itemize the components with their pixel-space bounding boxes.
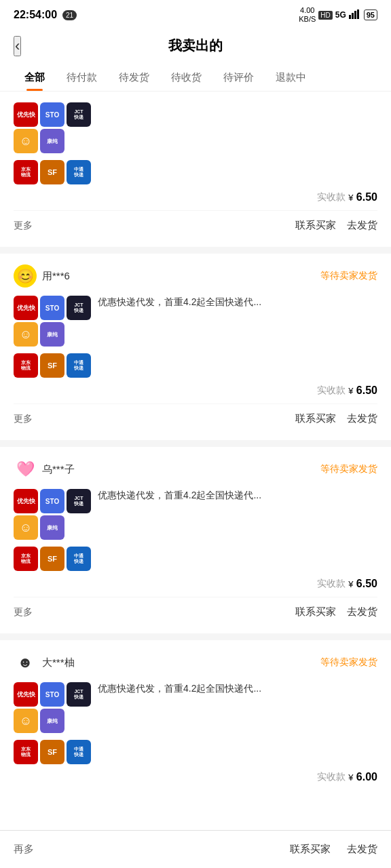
- jdl-icon: 京东物流: [14, 740, 38, 764]
- zt-icon: 中通快递: [67, 160, 91, 184]
- battery-icon: 95: [364, 9, 377, 20]
- avatar: ☻: [14, 651, 37, 674]
- avatar: 😊: [14, 264, 37, 288]
- buyer-info: 😊 用***6: [14, 264, 70, 288]
- tab-pending-receive[interactable]: 待收货: [160, 64, 212, 91]
- svg-rect-1: [352, 13, 354, 19]
- tab-pending-ship[interactable]: 待发货: [108, 64, 160, 91]
- order-header: 😊 用***6 等待卖家发货: [14, 264, 377, 288]
- price-row: 实收款 ¥ 6.50: [14, 191, 377, 203]
- tnt-icon: 康纯: [40, 129, 64, 153]
- jct-icon: JCT快递: [67, 102, 91, 127]
- ship-button[interactable]: 去发货: [347, 219, 377, 232]
- action-row: 更多 联系买家 去发货: [14, 210, 377, 241]
- buyer-info: 🩷 乌***子: [14, 458, 75, 481]
- action-row: 更多 联系买家 去发货: [14, 597, 377, 628]
- bottom-more-button[interactable]: 再多: [14, 843, 34, 856]
- order-status: 等待卖家发货: [320, 656, 377, 669]
- ship-button[interactable]: 去发货: [347, 606, 377, 618]
- jct-icon: JCT快递: [67, 489, 91, 513]
- back-button[interactable]: ‹: [14, 36, 21, 56]
- order-tabs: 全部 待付款 待发货 待收货 待评价 退款中: [0, 64, 391, 92]
- price-row: 实收款 ¥ 6.50: [14, 384, 377, 397]
- bottom-action-buttons: 联系买家 去发货: [290, 843, 377, 856]
- smile-icon: ☺: [14, 709, 38, 733]
- network-speed: 4.00KB/S: [299, 6, 316, 24]
- action-buttons: 联系买家 去发货: [295, 606, 377, 618]
- order-header: 🩷 乌***子 等待卖家发货: [14, 458, 377, 481]
- tab-all[interactable]: 全部: [14, 64, 56, 91]
- product-row: 优先快 STO JCT快递 ☺ 康纯 优惠快递代发，首重4.2起全国快递代...: [14, 489, 377, 540]
- price-value: ¥ 6.50: [348, 191, 377, 203]
- price-value: ¥ 6.50: [348, 578, 377, 590]
- product-title: 优惠快递代发，首重4.2起全国快递代...: [98, 682, 377, 696]
- buyer-name: 大***柚: [42, 656, 75, 669]
- contact-buyer-button[interactable]: 联系买家: [295, 412, 336, 425]
- svg-rect-2: [354, 11, 356, 19]
- contact-buyer-button[interactable]: 联系买家: [295, 219, 336, 232]
- jdl-icon: 京东物流: [14, 353, 38, 378]
- contact-buyer-button[interactable]: 联系买家: [295, 606, 336, 618]
- tab-pending-payment[interactable]: 待付款: [56, 64, 108, 91]
- status-bar: 22:54:00 21 4.00KB/S HD 5G 95: [0, 0, 391, 30]
- action-buttons: 联系买家 去发货: [295, 219, 377, 232]
- jdl-icon: 京东物流: [14, 160, 38, 184]
- card-divider: [0, 440, 391, 447]
- jdl-icon: 京东物流: [14, 547, 38, 571]
- courier-icons: 优先快 STO JCT快递 ☺ 康纯: [14, 489, 91, 540]
- svg-rect-0: [349, 15, 351, 19]
- sf-icon: SF: [40, 547, 64, 571]
- hd-icon: HD: [318, 11, 332, 20]
- signal-icon: [349, 9, 361, 21]
- smile-icon: ☺: [14, 515, 38, 540]
- svg-rect-3: [357, 9, 359, 19]
- bottom-ship-button[interactable]: 去发货: [347, 843, 377, 856]
- smile-icon: ☺: [14, 322, 38, 347]
- price-label: 实收款: [317, 578, 346, 590]
- ship-button[interactable]: 去发货: [347, 412, 377, 425]
- price-label: 实收款: [317, 191, 346, 203]
- ytk-icon: 优先快: [14, 296, 38, 320]
- product-title: 优惠快递代发，首重4.2起全国快递代...: [98, 296, 377, 309]
- buyer-name: 用***6: [42, 270, 70, 283]
- page-title: 我卖出的: [168, 37, 223, 55]
- zt-icon: 中通快递: [67, 740, 91, 764]
- sto-icon: STO: [40, 102, 64, 127]
- more-button[interactable]: 更多: [14, 413, 33, 425]
- courier-icons: 优先快 STO JCT快递 ☺ 康纯: [14, 296, 91, 347]
- sto-icon: STO: [40, 682, 64, 707]
- jct-icon: JCT快递: [67, 682, 91, 707]
- status-time: 22:54:00: [14, 9, 57, 21]
- sf-icon: SF: [40, 353, 64, 378]
- action-buttons: 联系买家 去发货: [295, 412, 377, 425]
- card-divider: [0, 247, 391, 254]
- more-button[interactable]: 更多: [14, 220, 33, 232]
- tnt-icon: 康纯: [40, 515, 64, 540]
- ytk-icon: 优先快: [14, 489, 38, 513]
- more-button[interactable]: 更多: [14, 606, 33, 618]
- zt-icon: 中通快递: [67, 547, 91, 571]
- sf-icon: SF: [40, 160, 64, 184]
- page-header: ‹ 我卖出的: [0, 30, 391, 64]
- status-right: 4.00KB/S HD 5G 95: [299, 6, 377, 24]
- tab-refund[interactable]: 退款中: [265, 64, 317, 91]
- bottom-contact-buyer-button[interactable]: 联系买家: [290, 843, 331, 856]
- order-header: ☻ 大***柚 等待卖家发货: [14, 651, 377, 674]
- notification-badge: 21: [62, 10, 77, 20]
- ytk-icon: 优先快: [14, 102, 38, 127]
- price-label: 实收款: [317, 771, 346, 783]
- sf-icon: SF: [40, 740, 64, 764]
- product-title: 优惠快递代发，首重4.2起全国快递代...: [98, 489, 377, 502]
- tab-pending-review[interactable]: 待评价: [212, 64, 265, 91]
- tnt-icon: 康纯: [40, 709, 64, 733]
- action-row: 更多 联系买家 去发货: [14, 403, 377, 435]
- smile-icon: ☺: [14, 129, 38, 153]
- price-row: 实收款 ¥ 6.00: [14, 771, 377, 783]
- tnt-icon: 康纯: [40, 322, 64, 347]
- card-divider: [0, 633, 391, 640]
- order-status: 等待卖家发货: [320, 270, 377, 282]
- price-value: ¥ 6.50: [348, 384, 377, 397]
- order-card: 🩷 乌***子 等待卖家发货 优先快 STO JCT快递 ☺ 康纯 优惠快递代发…: [0, 447, 391, 628]
- avatar: 🩷: [14, 458, 37, 481]
- ytk-icon: 优先快: [14, 682, 38, 707]
